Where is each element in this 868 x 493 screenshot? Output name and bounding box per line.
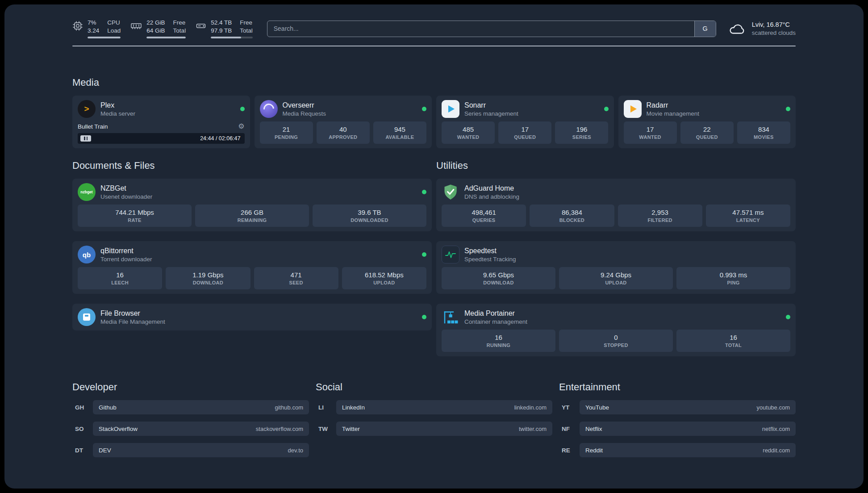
overseerr-card[interactable]: Overseerr Media Requests 21 PENDING 40 A… — [255, 96, 432, 148]
status-dot — [422, 190, 426, 194]
memory-total-label: Total — [173, 27, 186, 35]
bookmark-link-youtube[interactable]: YouTube youtube.com — [580, 400, 796, 414]
stat-label: UPLOAD — [373, 280, 395, 285]
stat-label: PENDING — [275, 134, 298, 140]
utilities-section-title: Utilities — [436, 160, 796, 171]
stat-filtered: 2,953 FILTERED — [618, 205, 702, 227]
stat-label: REMAINING — [238, 217, 267, 223]
stat-label: MOVIES — [754, 134, 774, 140]
stat-value: 0 — [614, 334, 618, 341]
sonarr-card[interactable]: Sonarr Series management 485 WANTED 17 Q… — [436, 96, 614, 148]
adguard-card[interactable]: AdGuard Home DNS and adblocking 498,461 … — [436, 179, 796, 231]
search-bar: G — [267, 21, 716, 37]
stat-value: 9.24 Gbps — [601, 271, 631, 279]
bookmark-abbr: GH — [72, 404, 93, 411]
cpu-widget-body: 7% 3.24 CPU Load — [88, 19, 121, 38]
stat-ping: 0.993 ms PING — [676, 267, 790, 289]
stat-value: 9.65 Gbps — [483, 271, 514, 279]
pause-button[interactable] — [80, 135, 91, 142]
bookmark-abbr: LI — [316, 404, 336, 411]
stat-available: 945 AVAILABLE — [373, 121, 426, 144]
bookmark-link-netflix[interactable]: Netflix netflix.com — [580, 422, 796, 436]
disk-free-label: Free — [240, 19, 253, 27]
bookmark-row: TW Twitter twitter.com — [316, 422, 552, 436]
disk-total-value: 97.9 TB — [211, 27, 232, 35]
stat-value: 945 — [394, 125, 405, 133]
stat-value: 485 — [463, 125, 474, 133]
stat-label: DOWNLOAD — [193, 280, 223, 285]
plex-icon: > — [78, 100, 96, 118]
cpu-icon — [72, 21, 83, 31]
bookmark-link-dev[interactable]: DEV dev.to — [93, 443, 309, 457]
stat-label: PING — [727, 280, 739, 285]
search-provider-button[interactable]: G — [694, 21, 716, 37]
disk-total-label: Total — [240, 27, 253, 35]
service-name: Radarr — [647, 101, 700, 109]
service-description: Torrent downloader — [100, 256, 152, 263]
divider — [72, 46, 796, 46]
overseerr-icon — [260, 100, 278, 118]
stats-row: 16 LEECH 1.19 Gbps DOWNLOAD 471 SEED — [78, 267, 426, 289]
bookmark-url: dev.to — [288, 447, 303, 454]
qbittorrent-card[interactable]: qb qBittorrent Torrent downloader 16 — [72, 241, 432, 294]
stat-label: RATE — [128, 217, 141, 223]
stat-value: 39.6 TB — [358, 209, 381, 216]
plex-card[interactable]: > Plex Media server Bullet Train ⚙ — [72, 96, 250, 148]
stat-value: 17 — [521, 125, 529, 133]
bookmark-row: DT DEV dev.to — [72, 443, 309, 457]
developer-section-title: Developer — [72, 381, 309, 393]
stat-label: SEED — [289, 280, 303, 285]
stat-label: RUNNING — [487, 343, 510, 348]
stat-total: 16 TOTAL — [676, 330, 790, 352]
speedtest-card[interactable]: Speedtest Speedtest Tracking 9.65 Gbps D… — [436, 241, 796, 294]
stat-value: 86,384 — [562, 209, 582, 216]
stat-label: TOTAL — [725, 343, 742, 348]
stat-value: 2,953 — [651, 209, 668, 216]
bookmark-link-stackoverflow[interactable]: StackOverflow stackoverflow.com — [93, 422, 309, 436]
disk-free-value: 52.4 TB — [211, 19, 232, 27]
service-name: Overseerr — [283, 101, 326, 109]
documents-section-title: Documents & Files — [72, 160, 432, 171]
entertainment-section-title: Entertainment — [559, 381, 796, 393]
stat-label: SERIES — [572, 134, 591, 140]
stat-label: APPROVED — [329, 134, 357, 140]
playback-progress-bar[interactable]: 24:44 / 02:06:47 — [78, 133, 245, 144]
bookmark-link-github[interactable]: Github github.com — [93, 400, 309, 414]
bookmark-row: LI LinkedIn linkedin.com — [316, 400, 552, 414]
stat-rate: 744.21 Mbps RATE — [78, 205, 192, 227]
bookmark-name: Reddit — [585, 447, 603, 454]
filebrowser-card[interactable]: File Browser Media File Management — [72, 304, 432, 330]
stats-row: 21 PENDING 40 APPROVED 945 AVAILABLE — [260, 121, 427, 144]
portainer-card[interactable]: Media Portainer Container management 16 … — [436, 304, 796, 356]
status-dot — [422, 107, 426, 111]
bookmarks-developer: Developer GH Github github.com SO StackO… — [72, 381, 309, 457]
nzbget-icon-text: nzbget — [80, 190, 92, 194]
service-name: Sonarr — [464, 101, 518, 109]
bookmark-link-twitter[interactable]: Twitter twitter.com — [336, 422, 552, 436]
bookmark-link-reddit[interactable]: Reddit reddit.com — [580, 443, 796, 457]
bookmark-link-linkedin[interactable]: LinkedIn linkedin.com — [336, 400, 552, 414]
stat-label: UPLOAD — [605, 280, 626, 285]
media-section-title: Media — [72, 77, 796, 88]
stat-label: LATENCY — [736, 217, 760, 223]
stats-row: 16 RUNNING 0 STOPPED 16 TOTAL — [442, 330, 790, 352]
service-name: Plex — [100, 101, 135, 109]
status-dot — [604, 107, 609, 111]
radarr-card[interactable]: Radarr Movie management 17 WANTED 22 QUE… — [618, 96, 796, 148]
stat-value: 16 — [495, 334, 502, 341]
sonarr-icon — [442, 100, 459, 118]
bookmark-name: Netflix — [585, 426, 602, 432]
bookmark-url: linkedin.com — [514, 404, 547, 411]
cloud-icon — [729, 22, 747, 35]
cpu-usage-label: CPU — [107, 19, 121, 27]
topbar: 7% 3.24 CPU Load — [72, 4, 796, 38]
stats-row: 498,461 QUERIES 86,384 BLOCKED 2,953 FIL… — [442, 205, 790, 227]
stat-label: DOWNLOAD — [483, 280, 513, 285]
gear-icon[interactable]: ⚙ — [238, 123, 244, 130]
service-name: Media Portainer — [464, 309, 527, 318]
stat-value: 16 — [730, 334, 737, 341]
nzbget-card[interactable]: nzbget NZBGet Usenet downloader 744.21 M… — [72, 179, 432, 231]
bookmark-abbr: YT — [559, 404, 580, 411]
search-input[interactable] — [267, 21, 694, 37]
stat-label: BLOCKED — [559, 217, 585, 223]
